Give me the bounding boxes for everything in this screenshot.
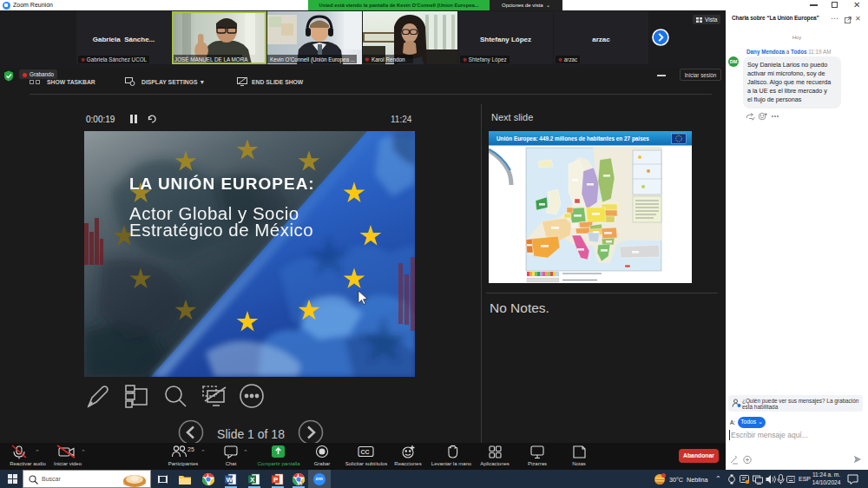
svg-text:W: W (227, 476, 233, 484)
svg-text:Unión Europea: 449.2 millones: Unión Europea: 449.2 millones de habitan… (496, 135, 649, 142)
svg-text:Karol Rendon: Karol Rendon (372, 56, 405, 63)
svg-text:⛯: ⛯ (365, 56, 370, 63)
svg-text:JOSÉ MANUEL DE LA MORA: JOSÉ MANUEL DE LA MORA (174, 56, 248, 63)
svg-text:CC: CC (361, 449, 370, 455)
svg-text:P: P (273, 476, 279, 484)
svg-text:Kevin O’Connell (Unión Europea: Kevin O’Connell (Unión Europea ... (270, 56, 355, 63)
svg-text:Estratégico de México: Estratégico de México (129, 220, 313, 240)
svg-text:X: X (250, 476, 255, 484)
svg-text:LA UNIÓN EUROPEA:: LA UNIÓN EUROPEA: (129, 175, 315, 193)
